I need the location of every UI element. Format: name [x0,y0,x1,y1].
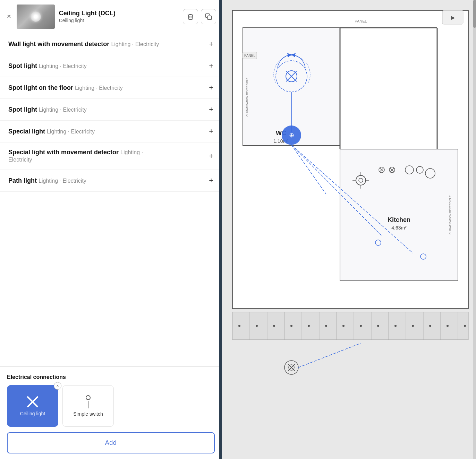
floorplan-container: WC 1.10m² Kitchen 4.63m² CLIMATISATION R… [222,0,476,459]
header-actions [183,9,216,24]
scroll-indicator[interactable] [473,0,476,459]
add-icon[interactable]: + [209,83,213,92]
close-button[interactable]: × [6,11,12,22]
svg-point-66 [342,325,345,327]
ceiling-light-connection-card[interactable]: × Ceiling light [7,385,58,427]
left-panel: × Ceiling Light (DCL) Ceiling light Wall… [0,0,222,459]
svg-point-72 [447,325,449,327]
svg-point-65 [325,325,327,327]
electrical-connections-section: Electrical connections × Ceiling light S… [0,367,222,459]
ceiling-light-label: Ceiling light [20,411,45,416]
svg-text:4.63m²: 4.63m² [391,225,407,231]
light-types-list: Wall light with movement detector Lighti… [0,33,222,366]
add-icon[interactable]: + [209,127,213,136]
dark-strip [219,0,222,459]
remove-ceiling-light-button[interactable]: × [54,382,61,390]
svg-rect-44 [232,312,468,340]
product-image [17,5,55,29]
svg-point-63 [290,325,292,327]
add-button[interactable]: Add [7,432,215,453]
list-item[interactable]: Path light Lighting · Electricity + [0,170,222,192]
list-item[interactable]: Special light with movement detector Lig… [0,142,222,170]
add-icon[interactable]: + [209,176,213,185]
scroll-thumb[interactable] [473,0,476,28]
list-item[interactable]: Spot light Lighting · Electricity + [0,99,222,121]
svg-text:PANEL: PANEL [355,19,367,23]
svg-point-67 [360,325,362,327]
switch-icon [86,395,91,408]
list-item[interactable]: Wall light with movement detector Lighti… [0,33,222,55]
list-item[interactable]: Spot light on the floor Lighting · Elect… [0,77,222,99]
product-title: Ceiling Light (DCL) [59,10,179,17]
electrical-connections-title: Electrical connections [7,374,215,380]
svg-point-69 [394,325,397,327]
svg-rect-8 [340,149,458,281]
header: × Ceiling Light (DCL) Ceiling light [0,0,222,33]
svg-text:Kitchen: Kitchen [388,216,410,223]
floorplan-svg: WC 1.10m² Kitchen 4.63m² CLIMATISATION R… [222,0,476,459]
svg-text:⊕: ⊕ [289,132,294,139]
svg-text:CLIMATISATION RÉVERSIBLE: CLIMATISATION RÉVERSIBLE [449,196,452,235]
list-item[interactable]: Spot light Lighting · Electricity + [0,55,222,77]
header-text: Ceiling Light (DCL) Ceiling light [59,10,179,23]
svg-point-70 [412,325,414,327]
add-icon[interactable]: + [209,40,213,49]
product-subtitle: Ceiling light [59,18,179,23]
simple-switch-label: Simple switch [73,411,103,417]
svg-rect-0 [208,16,212,19]
svg-text:CLIMATISATION RÉVERSIBLE: CLIMATISATION RÉVERSIBLE [246,78,249,117]
connections-row: × Ceiling light Simple switch [7,385,215,427]
svg-point-64 [308,325,310,327]
svg-point-61 [256,325,258,327]
svg-point-71 [429,325,431,327]
svg-point-68 [377,325,379,327]
simple-switch-connection-card[interactable]: Simple switch [62,385,114,427]
svg-point-62 [273,325,275,327]
ceiling-light-cross-icon [26,396,39,408]
delete-button[interactable] [183,9,198,24]
add-icon[interactable]: + [209,61,213,70]
right-panel[interactable]: WC 1.10m² Kitchen 4.63m² CLIMATISATION R… [222,0,476,459]
add-icon[interactable]: + [209,151,213,161]
list-item[interactable]: Special light Lighting · Electricity + [0,121,222,142]
add-icon[interactable]: + [209,105,213,114]
svg-point-60 [238,325,240,327]
copy-button[interactable] [201,9,216,24]
svg-text:▶: ▶ [451,15,455,20]
svg-point-73 [464,325,466,327]
svg-text:PANEL: PANEL [244,54,255,58]
